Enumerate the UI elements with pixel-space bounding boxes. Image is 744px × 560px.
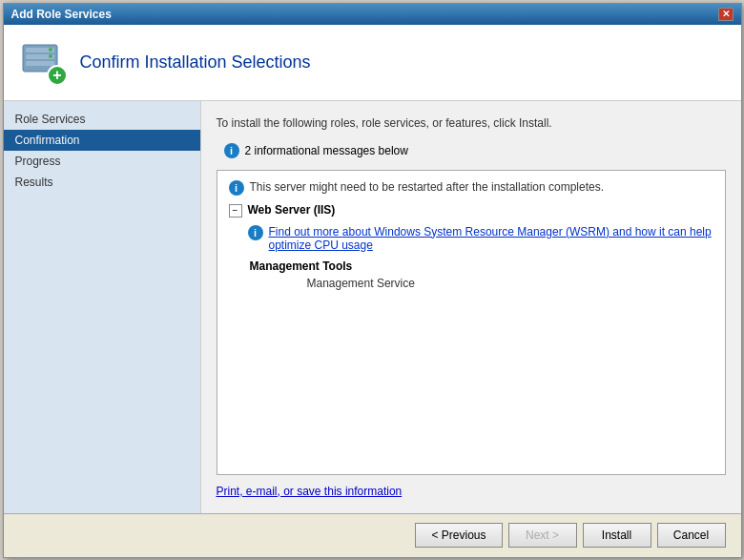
close-button[interactable]: ✕ bbox=[718, 8, 734, 21]
management-tools-header: Management Tools bbox=[250, 259, 713, 273]
sidebar-item-progress[interactable]: Progress bbox=[4, 151, 200, 172]
restart-warning-row: i This server might need to be restarted… bbox=[229, 180, 713, 196]
install-button[interactable]: Install bbox=[583, 523, 651, 548]
info-count-label: 2 informational messages below bbox=[245, 144, 408, 157]
info-icon-count: i bbox=[224, 143, 239, 158]
content-area: To install the following roles, role ser… bbox=[201, 101, 741, 513]
print-save-link[interactable]: Print, e-mail, or save this information bbox=[217, 485, 403, 498]
info-icon-wsrm: i bbox=[248, 225, 263, 240]
management-service-item: Management Service bbox=[307, 277, 713, 290]
info-icon-restart: i bbox=[229, 180, 244, 196]
section-title: Web Server (IIS) bbox=[248, 203, 336, 217]
svg-text:+: + bbox=[52, 67, 61, 83]
detail-box: i This server might need to be restarted… bbox=[217, 170, 726, 475]
sidebar-item-role-services[interactable]: Role Services bbox=[4, 109, 200, 130]
header-title: Confirm Installation Selections bbox=[80, 52, 311, 73]
add-role-services-dialog: Add Role Services ✕ + Confirm Installati… bbox=[3, 3, 742, 558]
previous-button[interactable]: < Previous bbox=[415, 523, 502, 548]
dialog-title: Add Role Services bbox=[11, 8, 112, 21]
header-area: + Confirm Installation Selections bbox=[4, 25, 741, 101]
web-server-row: − Web Server (IIS) bbox=[229, 203, 713, 218]
print-save-link-container: Print, e-mail, or save this information bbox=[217, 485, 726, 498]
sidebar-item-confirmation[interactable]: Confirmation bbox=[4, 130, 200, 151]
sidebar-item-results[interactable]: Results bbox=[4, 172, 200, 193]
info-count-banner: i 2 informational messages below bbox=[217, 139, 726, 162]
footer: < Previous Next > Install Cancel bbox=[4, 513, 741, 557]
main-content: Role Services Confirmation Progress Resu… bbox=[4, 101, 741, 513]
cancel-button[interactable]: Cancel bbox=[657, 523, 726, 548]
restart-warning-text: This server might need to be restarted a… bbox=[250, 180, 605, 194]
intro-text: To install the following roles, role ser… bbox=[217, 116, 726, 130]
svg-rect-3 bbox=[26, 61, 54, 66]
server-plus-icon: + bbox=[19, 39, 69, 89]
wsrm-info-row: i Find out more about Windows System Res… bbox=[248, 225, 713, 252]
title-bar: Add Role Services ✕ bbox=[4, 4, 741, 25]
sidebar: Role Services Confirmation Progress Resu… bbox=[4, 101, 201, 513]
collapse-button[interactable]: − bbox=[229, 204, 242, 218]
wsrm-link[interactable]: Find out more about Windows System Resou… bbox=[269, 225, 713, 252]
next-button[interactable]: Next > bbox=[508, 523, 577, 548]
svg-point-5 bbox=[49, 54, 52, 58]
svg-point-4 bbox=[49, 48, 52, 52]
header-icon-container: + bbox=[19, 39, 65, 85]
